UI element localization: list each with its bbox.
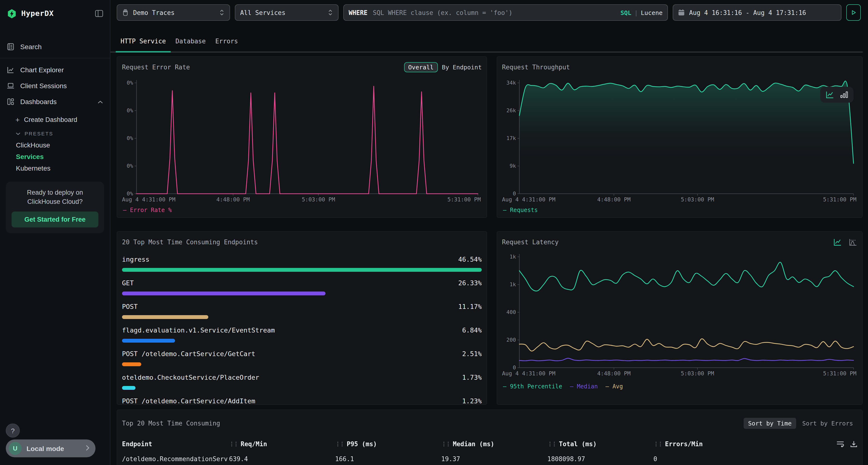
column-grip-icon[interactable]: ⋮⋮ bbox=[547, 441, 556, 447]
help-button[interactable]: ? bbox=[6, 424, 20, 437]
user-label: Local mode bbox=[27, 444, 64, 452]
legend-item[interactable]: — Avg bbox=[606, 383, 623, 390]
sidebar-item-services[interactable]: Services bbox=[0, 151, 110, 162]
panel-request-throughput: Request Throughput 09k17k26k34kAug 4 4:3… bbox=[497, 56, 863, 218]
sidebar-item-dashboards[interactable]: Dashboards bbox=[0, 94, 110, 109]
column-grip-icon[interactable]: ⋮⋮ bbox=[335, 441, 344, 447]
sidebar-item-search[interactable]: Search bbox=[0, 38, 110, 55]
line-chart-icon[interactable] bbox=[833, 238, 842, 246]
svg-text:9k: 9k bbox=[510, 163, 516, 169]
get-started-button[interactable]: Get Started for Free bbox=[11, 211, 98, 227]
svg-text:0%: 0% bbox=[127, 107, 133, 113]
table-column-header[interactable]: ⋮⋮Errors/Min bbox=[653, 440, 834, 447]
panel-title: Request Throughput bbox=[502, 63, 570, 71]
sidebar-item-client-sessions[interactable]: Client Sessions bbox=[0, 77, 110, 94]
tab-database[interactable]: Database bbox=[171, 38, 211, 52]
endpoint-label: oteldemo.CheckoutService/PlaceOrder bbox=[122, 373, 259, 381]
chart-legend: — Requests bbox=[503, 207, 858, 213]
table-column-header[interactable]: Endpoint bbox=[122, 440, 229, 447]
chart-legend: — 95th Percentile— Median— Avg bbox=[503, 383, 858, 390]
user-menu[interactable]: U Local mode bbox=[6, 439, 95, 457]
endpoint-bar-item[interactable]: POST /oteldemo.CartService/GetCart 2.51% bbox=[122, 349, 482, 366]
endpoint-bar-item[interactable]: oteldemo.CheckoutService/PlaceOrder 1.73… bbox=[122, 372, 482, 390]
sidebar-item-clickhouse[interactable]: ClickHouse bbox=[0, 139, 110, 151]
endpoint-bar-item[interactable]: POST /oteldemo.CartService/AddItem 1.23% bbox=[122, 396, 482, 405]
endpoint-bar-item[interactable]: ingress 46.54% bbox=[122, 255, 482, 272]
where-search-box[interactable]: WHERE SQL | Lucene bbox=[343, 4, 668, 21]
column-grip-icon[interactable]: ⋮⋮ bbox=[653, 441, 662, 447]
endpoint-bar-item[interactable]: GET 26.33% bbox=[122, 278, 482, 295]
chevron-down-icon bbox=[16, 132, 21, 135]
sidebar: HyperDX Search Cha bbox=[0, 0, 111, 465]
chart-type-toolbar bbox=[820, 87, 854, 103]
column-grip-icon[interactable]: ⋮⋮ bbox=[441, 441, 450, 447]
column-grip-icon[interactable]: ⋮⋮ bbox=[229, 441, 238, 447]
clickhouse-cloud-promo-card: Ready to deploy on ClickHouse Cloud? Get… bbox=[6, 182, 104, 233]
bar-chart-icon[interactable] bbox=[840, 91, 848, 99]
sidebar-item-kubernetes[interactable]: Kubernetes bbox=[0, 162, 110, 174]
endpoint-label: POST bbox=[122, 303, 138, 310]
table-cell: 1808098.97 bbox=[547, 455, 653, 462]
tab-errors[interactable]: Errors bbox=[211, 38, 243, 52]
sidebar-item-label: Dashboards bbox=[20, 98, 57, 105]
run-query-button[interactable] bbox=[846, 4, 861, 21]
svg-text:0%: 0% bbox=[127, 80, 133, 86]
svg-text:5:03:00 PM: 5:03:00 PM bbox=[681, 370, 714, 376]
sidebar-item-label: Client Sessions bbox=[20, 82, 67, 89]
legend-item[interactable]: — Requests bbox=[503, 207, 538, 213]
lucene-mode-toggle[interactable]: Lucene bbox=[641, 9, 662, 16]
svg-text:5:31:00 PM: 5:31:00 PM bbox=[823, 370, 857, 376]
latency-chart[interactable]: 02004001k1kAug 4 4:31:00 PM4:48:00 PM5:0… bbox=[502, 252, 858, 378]
endpoint-percent: 1.23% bbox=[462, 397, 482, 405]
svg-text:Aug 4 4:31:00 PM: Aug 4 4:31:00 PM bbox=[502, 370, 556, 376]
endpoint-bar-item[interactable]: POST 11.17% bbox=[122, 302, 482, 319]
download-icon[interactable] bbox=[850, 440, 858, 447]
table-cell: 639.4 bbox=[229, 455, 335, 462]
sort-by-time-button[interactable]: Sort by Time bbox=[744, 418, 796, 429]
endpoint-label: GET bbox=[122, 279, 134, 287]
promo-text-line1: Ready to deploy on bbox=[11, 188, 98, 197]
wrap-lines-icon[interactable] bbox=[836, 440, 844, 447]
error-rate-chart[interactable]: 0%0%0%0%0%Aug 4 4:31:00 PM4:48:00 PM5:03… bbox=[122, 73, 482, 204]
service-select[interactable]: All Services bbox=[235, 4, 339, 21]
sidebar-item-label: Search bbox=[20, 43, 42, 51]
table-column-header[interactable]: ⋮⋮Total (ms) bbox=[547, 440, 653, 447]
time-range-value: Aug 4 16:31:16 - Aug 4 17:31:16 bbox=[689, 9, 806, 16]
endpoint-bar bbox=[122, 339, 175, 343]
sidebar-item-chart-explorer[interactable]: Chart Explorer bbox=[0, 62, 110, 77]
endpoint-bar bbox=[122, 386, 135, 390]
table-column-header[interactable]: ⋮⋮Median (ms) bbox=[441, 440, 547, 447]
legend-item[interactable]: — 95th Percentile bbox=[503, 383, 562, 390]
table-column-header[interactable]: ⋮⋮P95 (ms) bbox=[335, 440, 441, 447]
presets-group-toggle[interactable]: PRESETS bbox=[0, 128, 110, 139]
sort-by-errors-button[interactable]: Sort by Errors bbox=[798, 418, 858, 429]
table-cell: 19.37 bbox=[441, 455, 547, 462]
table-column-header[interactable]: ⋮⋮Req/Min bbox=[229, 440, 335, 447]
table-row[interactable]: /oteldemo.RecommendationServ639.4166.119… bbox=[122, 452, 858, 465]
table-body: /oteldemo.RecommendationServ639.4166.119… bbox=[122, 452, 858, 465]
source-select[interactable]: Demo Traces bbox=[117, 4, 230, 21]
endpoint-bar bbox=[122, 315, 208, 319]
endpoint-bar-item[interactable]: flagd.evaluation.v1.Service/EventStream … bbox=[122, 325, 482, 343]
svg-text:26k: 26k bbox=[506, 107, 516, 113]
sidebar-collapse-icon[interactable] bbox=[95, 10, 103, 18]
throughput-chart[interactable]: 09k17k26k34kAug 4 4:31:00 PM4:48:00 PM5:… bbox=[502, 73, 858, 204]
endpoint-label: flagd.evaluation.v1.Service/EventStream bbox=[122, 326, 275, 334]
time-range-picker[interactable]: Aug 4 16:31:16 - Aug 4 17:31:16 bbox=[673, 4, 841, 21]
endpoint-label: POST /oteldemo.CartService/GetCart bbox=[122, 350, 255, 358]
sql-mode-toggle[interactable]: SQL bbox=[620, 9, 631, 16]
by-endpoint-toggle-button[interactable]: By Endpoint bbox=[442, 63, 482, 71]
promo-text-line2: ClickHouse Cloud? bbox=[11, 197, 98, 206]
tab-bar: HTTP Service Database Errors bbox=[111, 25, 863, 53]
legend-item[interactable]: — Error Rate % bbox=[123, 207, 172, 213]
plus-icon: + bbox=[16, 115, 20, 124]
overall-toggle-button[interactable]: Overall bbox=[404, 62, 438, 72]
histogram-icon[interactable] bbox=[849, 238, 858, 246]
search-input[interactable] bbox=[372, 8, 620, 16]
tab-http-service[interactable]: HTTP Service bbox=[116, 38, 171, 52]
svg-text:5:03:00 PM: 5:03:00 PM bbox=[681, 196, 714, 203]
svg-text:17k: 17k bbox=[506, 135, 516, 141]
line-chart-icon[interactable] bbox=[826, 91, 834, 99]
create-dashboard-button[interactable]: + Create Dashboard bbox=[0, 113, 110, 126]
legend-item[interactable]: — Median bbox=[570, 383, 598, 390]
